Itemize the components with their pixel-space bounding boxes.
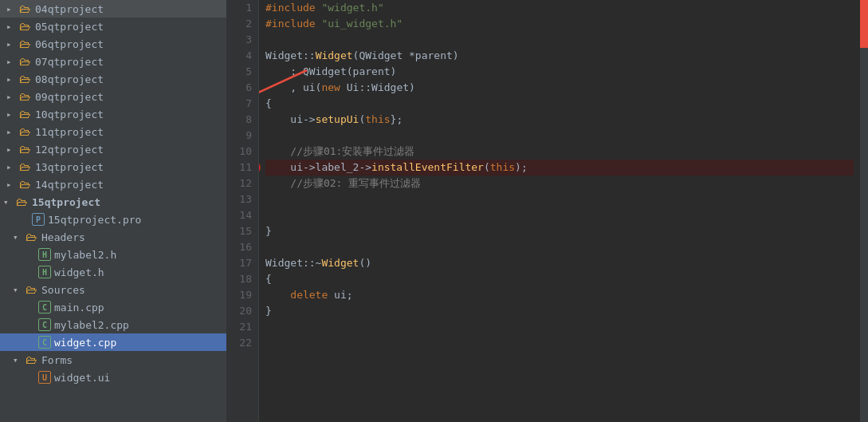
- sidebar-item-label: 05qtproject: [35, 21, 104, 33]
- token: #include: [265, 16, 316, 32]
- line-number-13: 13: [234, 191, 252, 207]
- folder-arrow-icon: ▸: [6, 22, 19, 32]
- sidebar-item-14qtproject[interactable]: ▸🗁14qtproject: [0, 176, 226, 193]
- line-number-12: 12: [234, 176, 252, 191]
- sidebar-item-12qtproject[interactable]: ▸🗁12qtproject: [0, 140, 226, 158]
- sidebar-item-label: 12qtproject: [35, 144, 104, 156]
- code-editor: 12345678910111213141516171819202122 #inc…: [227, 0, 868, 422]
- cpp-file-icon: C: [38, 336, 51, 349]
- line-number-19: 19: [234, 287, 252, 303]
- token: QWidget: [359, 48, 403, 64]
- code-line-19: delete ui;: [265, 287, 854, 303]
- folder-arrow-icon: ▸: [6, 109, 19, 120]
- file-tree[interactable]: ▸🗁04qtproject▸🗁05qtproject▸🗁06qtproject▸…: [0, 0, 227, 422]
- scrollbar-thumb[interactable]: [860, 0, 868, 48]
- sidebar-item-11qtproject[interactable]: ▸🗁11qtproject: [0, 123, 226, 140]
- sidebar-item-mylabel2-cpp[interactable]: Cmylabel2.cpp: [0, 316, 226, 333]
- token: Widget: [265, 255, 303, 271]
- sidebar-item-04qtproject[interactable]: ▸🗁04qtproject: [0, 0, 226, 18]
- folder-arrow-icon: ▸: [6, 92, 19, 102]
- token: this: [365, 112, 390, 128]
- token: ::: [303, 48, 316, 64]
- folder-icon: 🗁: [19, 125, 32, 138]
- folder-icon: 🗁: [19, 37, 32, 50]
- sidebar-item-label: 06qtproject: [35, 38, 104, 50]
- folder-arrow-icon: ▸: [6, 179, 19, 190]
- sidebar-item-mylabel2-h[interactable]: Hmylabel2.h: [0, 246, 226, 263]
- ui-file-icon: U: [38, 371, 51, 384]
- code-line-11: ui->label_2->installEventFilter(this);: [265, 160, 854, 176]
- line-number-20: 20: [234, 303, 252, 319]
- sidebar-item-label: Sources: [41, 284, 85, 296]
- sidebar-item-label: 15qtproject: [32, 196, 100, 208]
- sidebar-item-06qtproject[interactable]: ▸🗁06qtproject: [0, 35, 226, 53]
- line-number-8: 8: [234, 112, 252, 128]
- folder-icon: 🗁: [19, 143, 32, 156]
- sidebar-item-label: widget.cpp: [54, 337, 116, 349]
- sidebar-item-15qtproject-pro[interactable]: P15qtproject.pro: [0, 211, 226, 228]
- token: ui->label_2->: [265, 160, 371, 176]
- h-file-icon: H: [38, 266, 51, 278]
- pro-file-icon: P: [32, 213, 45, 226]
- sidebar-item-forms[interactable]: ▾🗁Forms: [0, 351, 226, 369]
- sidebar-item-label: 04qtproject: [35, 3, 104, 15]
- folder-icon: 🗁: [19, 90, 32, 103]
- line-number-3: 3: [234, 32, 252, 48]
- sidebar-item-widget-cpp[interactable]: Cwidget.cpp: [0, 333, 226, 351]
- scrollbar[interactable]: [860, 0, 868, 422]
- token: setupUi: [316, 112, 359, 128]
- sidebar-item-label: mylabel2.h: [54, 249, 116, 261]
- line-number-11: 11: [234, 160, 252, 176]
- line-number-9: 9: [234, 128, 252, 144]
- code-line-17: Widget::~Widget(): [265, 255, 854, 271]
- code-content[interactable]: #include "widget.h"#include "ui_widget.h…: [259, 0, 860, 422]
- sidebar-item-10qtproject[interactable]: ▸🗁10qtproject: [0, 105, 226, 123]
- sidebar-item-label: 08qtproject: [35, 73, 104, 85]
- token: {: [265, 271, 272, 287]
- code-line-8: ui->setupUi(this};: [265, 112, 854, 128]
- code-line-20: }: [265, 303, 854, 319]
- sidebar-item-05qtproject[interactable]: ▸🗁05qtproject: [0, 18, 226, 35]
- sidebar-item-15qtproject[interactable]: ▾🗁15qtproject: [0, 193, 226, 211]
- token: ui;: [328, 287, 352, 303]
- h-file-icon: H: [38, 248, 51, 261]
- line-number-16: 16: [234, 239, 252, 255]
- sidebar-item-09qtproject[interactable]: ▸🗁09qtproject: [0, 88, 226, 105]
- token: "ui_widget.h": [321, 16, 403, 32]
- sidebar-item-label: 09qtproject: [35, 91, 104, 103]
- token: :: [265, 64, 303, 80]
- code-line-4: Widget::Widget(QWidget *parent): [265, 48, 854, 64]
- line-number-2: 2: [234, 16, 252, 32]
- token: (parent): [347, 64, 397, 80]
- sidebar-item-widget-ui[interactable]: Uwidget.ui: [0, 369, 226, 386]
- token: //步骤02: 重写事件过滤器: [265, 176, 421, 191]
- code-line-6: , ui(new Ui::Widget): [265, 80, 854, 96]
- sidebar-item-08qtproject[interactable]: ▸🗁08qtproject: [0, 70, 226, 88]
- code-line-14: [265, 207, 854, 223]
- sidebar-item-sources[interactable]: ▾🗁Sources: [0, 281, 226, 298]
- token: Widget: [371, 80, 409, 96]
- line-number-1: 1: [234, 0, 252, 16]
- folder-icon: 🗁: [19, 55, 32, 68]
- sidebar-item-label: 07qtproject: [35, 56, 104, 68]
- line-number-21: 21: [234, 319, 252, 335]
- folder-arrow-icon: ▾: [13, 285, 26, 295]
- sidebar-item-headers[interactable]: ▾🗁Headers: [0, 228, 226, 246]
- folder-arrow-icon: ▾: [13, 232, 26, 243]
- sidebar-item-label: mylabel2.cpp: [54, 319, 129, 331]
- sidebar-item-label: 11qtproject: [35, 126, 104, 138]
- line-numbers: 12345678910111213141516171819202122: [227, 0, 259, 422]
- sidebar-item-label: widget.ui: [54, 372, 110, 384]
- sidebar-item-07qtproject[interactable]: ▸🗁07qtproject: [0, 53, 226, 70]
- line-number-17: 17: [234, 255, 252, 271]
- code-line-22: [265, 335, 854, 351]
- folder-icon: 🗁: [19, 2, 32, 15]
- token: #include: [265, 0, 316, 16]
- sidebar-item-13qtproject[interactable]: ▸🗁13qtproject: [0, 158, 226, 176]
- token: [316, 16, 322, 32]
- token: }: [265, 303, 272, 319]
- sidebar-item-main-cpp[interactable]: Cmain.cpp: [0, 298, 226, 316]
- folder-icon: 🗁: [19, 108, 32, 120]
- code-line-10: //步骤01:安装事件过滤器: [265, 144, 854, 160]
- sidebar-item-widget-h[interactable]: Hwidget.h: [0, 263, 226, 281]
